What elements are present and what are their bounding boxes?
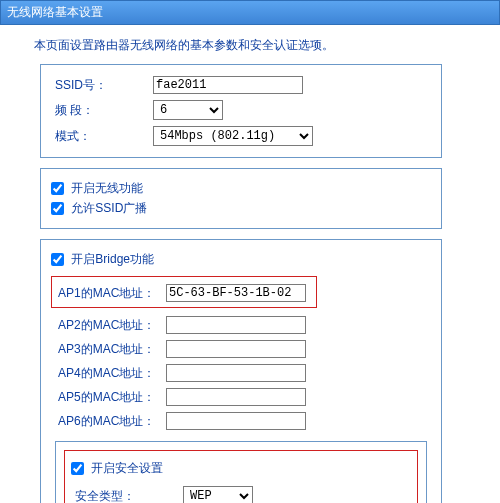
- features-panel: 开启无线功能 允许SSID广播: [40, 168, 442, 229]
- ap2-mac-label: AP2的MAC地址：: [54, 313, 162, 337]
- ssid-input[interactable]: [153, 76, 303, 94]
- ap5-mac-label: AP5的MAC地址：: [54, 385, 162, 409]
- band-select[interactable]: 6: [153, 100, 223, 120]
- bridge-panel: 开启Bridge功能 AP1的MAC地址： AP2的MAC地址： AP3的MAC…: [40, 239, 442, 503]
- basic-settings-panel: SSID号： 频 段： 6 模式： 54Mbps (802.11g): [40, 64, 442, 158]
- basic-settings-table: SSID号： 频 段： 6 模式： 54Mbps (802.11g): [51, 73, 317, 149]
- enable-security-checkbox[interactable]: [71, 462, 84, 475]
- security-highlight: 开启安全设置 安全类型： WEP 安全选项： 自动选择: [64, 450, 418, 503]
- enable-security-label: 开启安全设置: [91, 461, 163, 475]
- ap1-row-highlight: AP1的MAC地址：: [51, 276, 317, 308]
- mode-select[interactable]: 54Mbps (802.11g): [153, 126, 313, 146]
- ap4-mac-label: AP4的MAC地址：: [54, 361, 162, 385]
- allow-ssid-broadcast-checkbox[interactable]: [51, 202, 64, 215]
- ap5-mac-input[interactable]: [166, 388, 306, 406]
- mode-label: 模式：: [51, 123, 149, 149]
- allow-ssid-broadcast-label: 允许SSID广播: [71, 201, 147, 215]
- band-label: 频 段：: [51, 97, 149, 123]
- ap2-mac-input[interactable]: [166, 316, 306, 334]
- security-type-label: 安全类型：: [71, 483, 179, 503]
- enable-bridge-checkbox[interactable]: [51, 253, 64, 266]
- enable-bridge-label: 开启Bridge功能: [71, 252, 154, 266]
- ap6-mac-input[interactable]: [166, 412, 306, 430]
- ap1-mac-input[interactable]: [166, 284, 306, 302]
- ap4-mac-input[interactable]: [166, 364, 306, 382]
- security-panel: 开启安全设置 安全类型： WEP 安全选项： 自动选择: [55, 441, 427, 503]
- ap6-mac-label: AP6的MAC地址：: [54, 409, 162, 433]
- ssid-label: SSID号：: [51, 73, 149, 97]
- title-text: 无线网络基本设置: [7, 5, 103, 19]
- ap1-mac-label: AP1的MAC地址：: [54, 281, 162, 305]
- enable-wireless-checkbox[interactable]: [51, 182, 64, 195]
- security-type-select[interactable]: WEP: [183, 486, 253, 503]
- ap3-mac-label: AP3的MAC地址：: [54, 337, 162, 361]
- title-bar: 无线网络基本设置: [0, 0, 500, 25]
- page-description: 本页面设置路由器无线网络的基本参数和安全认证选项。: [34, 37, 500, 54]
- enable-wireless-label: 开启无线功能: [71, 181, 143, 195]
- ap3-mac-input[interactable]: [166, 340, 306, 358]
